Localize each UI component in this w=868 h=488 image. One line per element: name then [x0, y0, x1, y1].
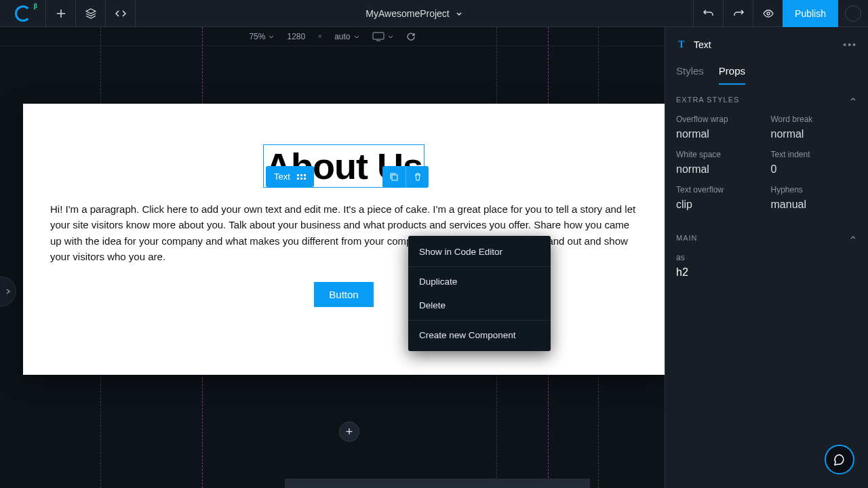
chevron-down-icon	[353, 33, 360, 40]
field-hyphens[interactable]: Hyphens manual	[771, 185, 858, 211]
app-logo[interactable]: β	[0, 0, 46, 27]
expand-sidebar-button[interactable]	[0, 277, 16, 306]
field-white-space[interactable]: White space normal	[676, 150, 763, 176]
chevron-down-icon	[455, 9, 463, 18]
field-text-indent[interactable]: Text indent 0	[771, 150, 858, 176]
delete-element-button[interactable]	[406, 166, 429, 188]
add-section-bottom-button[interactable]: +	[339, 422, 359, 442]
svg-rect-2	[392, 175, 397, 180]
section-extra-styles[interactable]: EXTRA STYLES	[665, 85, 868, 110]
width-input[interactable]: 1280	[287, 32, 305, 41]
redo-button[interactable]	[723, 0, 753, 27]
svg-rect-1	[373, 33, 384, 39]
panel-more-button[interactable]: •••	[843, 39, 857, 50]
publish-button[interactable]: Publish	[783, 0, 838, 27]
user-avatar[interactable]	[838, 0, 868, 27]
height-selector[interactable]: auto	[334, 32, 359, 41]
menu-item-duplicate[interactable]: Duplicate	[408, 270, 551, 293]
selection-label: Text	[274, 171, 290, 182]
layers-button[interactable]	[76, 0, 106, 27]
field-overflow-wrap[interactable]: Overflow wrap normal	[676, 115, 763, 140]
context-menu: Show in Code Editor Duplicate Delete Cre…	[408, 236, 551, 351]
trash-icon	[413, 172, 422, 182]
undo-button[interactable]	[693, 0, 723, 27]
reload-button[interactable]	[406, 32, 416, 41]
menu-divider	[408, 266, 551, 267]
chevron-up-icon	[849, 96, 857, 104]
code-button[interactable]	[106, 0, 136, 27]
add-button[interactable]	[46, 0, 76, 27]
project-name: MyAwesomeProject	[366, 8, 449, 19]
field-text-overflow[interactable]: Text overflow clip	[676, 185, 763, 211]
reload-icon	[406, 32, 416, 41]
menu-divider	[408, 320, 551, 321]
dim-separator: ×	[317, 32, 322, 41]
page-frame: About Us Hi! I'm a paragraph. Click here…	[23, 104, 665, 375]
device-selector[interactable]	[372, 32, 394, 41]
menu-item-show-code[interactable]: Show in Code Editor	[408, 240, 551, 264]
duplicate-element-button[interactable]	[382, 166, 406, 188]
menu-item-delete[interactable]: Delete	[408, 293, 551, 317]
tab-styles[interactable]: Styles	[676, 65, 704, 85]
field-as[interactable]: as h2	[665, 249, 868, 291]
preview-button[interactable]	[753, 0, 783, 27]
page-button[interactable]: Button	[314, 282, 373, 307]
beta-badge: β	[34, 3, 38, 9]
bottom-drawer-handle[interactable]	[285, 479, 590, 488]
chat-icon	[833, 453, 846, 466]
section-main[interactable]: MAIN	[665, 223, 868, 249]
chevron-up-icon	[849, 234, 857, 242]
svg-point-0	[767, 12, 770, 15]
chevron-down-icon	[387, 33, 394, 40]
menu-item-create-component[interactable]: Create new Component	[408, 323, 551, 347]
zoom-selector[interactable]: 75%	[249, 32, 275, 41]
text-icon: T	[676, 39, 687, 50]
drag-handle-icon[interactable]	[297, 174, 306, 180]
top-bar: β MyAwesomeProject Publish	[0, 0, 868, 27]
field-word-break[interactable]: Word break normal	[771, 115, 858, 140]
properties-panel: T Text ••• Styles Props EXTRA STYLES Ove…	[665, 27, 868, 488]
selection-tag[interactable]: Text	[266, 166, 314, 187]
canvas-toolbar: 75% 1280 × auto	[0, 27, 665, 46]
copy-icon	[389, 172, 399, 182]
project-selector[interactable]: MyAwesomeProject	[136, 8, 693, 19]
canvas-area[interactable]: 75% 1280 × auto +	[0, 27, 665, 488]
help-button[interactable]	[825, 445, 854, 474]
chevron-down-icon	[268, 33, 275, 40]
desktop-icon	[372, 32, 384, 41]
tab-props[interactable]: Props	[719, 65, 745, 85]
panel-title: Text	[694, 39, 711, 50]
